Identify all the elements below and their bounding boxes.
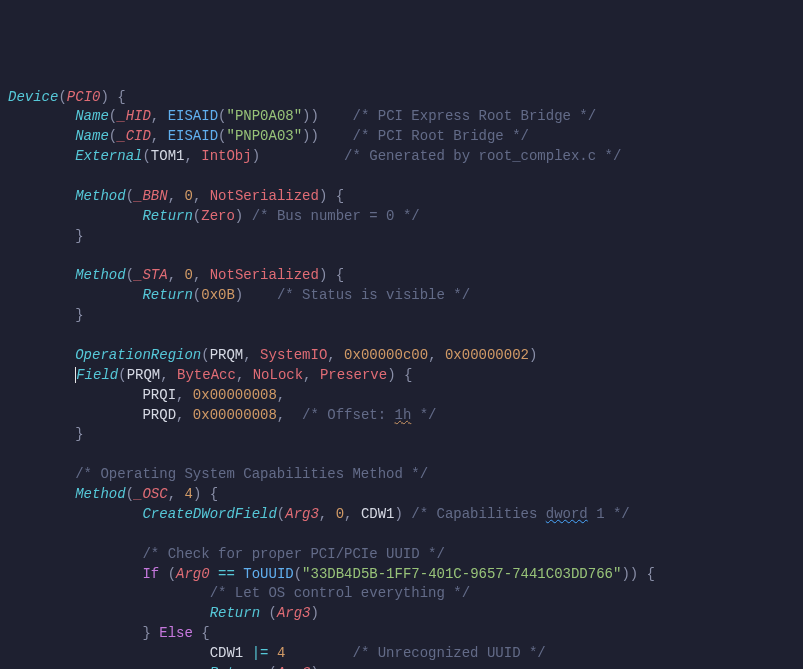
kw-preserve: Preserve xyxy=(320,367,387,383)
id-pci0: PCI0 xyxy=(67,89,101,105)
kw-else: Else xyxy=(159,625,193,641)
str: "PNP0A08" xyxy=(226,108,302,124)
num: 4 xyxy=(184,486,192,502)
kw-notserialized: NotSerialized xyxy=(210,267,319,283)
id-arg3: Arg3 xyxy=(285,506,319,522)
comment: /* Operating System Capabilities Method … xyxy=(75,466,428,482)
id-hid: _HID xyxy=(117,108,151,124)
comment: /* PCI Express Root Bridge */ xyxy=(353,108,597,124)
id-arg3: Arg3 xyxy=(277,605,311,621)
kw-external: External xyxy=(75,148,142,164)
id-tom1: TOM1 xyxy=(151,148,185,164)
kw-return: Return xyxy=(142,287,192,303)
fn-eisaid: EISAID xyxy=(168,128,218,144)
id-prqm: PRQM xyxy=(210,347,244,363)
kw-opregion: OperationRegion xyxy=(75,347,201,363)
kw-zero: Zero xyxy=(201,208,235,224)
num: 0x00000008 xyxy=(193,407,277,423)
comment: /* Bus number = 0 */ xyxy=(252,208,420,224)
op-oreq: |= xyxy=(252,645,269,661)
id-cdw1: CDW1 xyxy=(361,506,395,522)
comment: /* Check for proper PCI/PCIe UUID */ xyxy=(142,546,444,562)
kw-return: Return xyxy=(210,665,260,669)
id-arg0: Arg0 xyxy=(176,566,210,582)
num: 0 xyxy=(184,188,192,204)
str: "33DB4D5B-1FF7-401C-9657-7441C03DD766" xyxy=(302,566,621,582)
num: 0x00000008 xyxy=(193,387,277,403)
kw-method: Method xyxy=(75,486,125,502)
id-bbn: _BBN xyxy=(134,188,168,204)
comment: /* Offset: 1h */ xyxy=(302,407,436,423)
str: "PNP0A03" xyxy=(226,128,302,144)
id-prqi: PRQI xyxy=(142,387,176,403)
id-arg3: Arg3 xyxy=(277,665,311,669)
id-prqd: PRQD xyxy=(142,407,176,423)
num: 0x00000002 xyxy=(445,347,529,363)
comment: /* Generated by root_complex.c */ xyxy=(344,148,621,164)
kw-intobj: IntObj xyxy=(201,148,251,164)
comment: /* PCI Root Bridge */ xyxy=(353,128,529,144)
kw-name: Name xyxy=(75,108,109,124)
fn-touuid: ToUUID xyxy=(243,566,293,582)
kw-nolock: NoLock xyxy=(253,367,303,383)
kw-return: Return xyxy=(142,208,192,224)
num: 0 xyxy=(336,506,344,522)
num: 0 xyxy=(184,267,192,283)
spell-info: dword xyxy=(546,506,588,522)
comment: /* Status is visible */ xyxy=(277,287,470,303)
kw-notserialized: NotSerialized xyxy=(210,188,319,204)
id-cid: _CID xyxy=(117,128,151,144)
num: 0x0B xyxy=(201,287,235,303)
id-prqm: PRQM xyxy=(127,367,161,383)
num: 4 xyxy=(277,645,285,661)
kw-method: Method xyxy=(75,188,125,204)
fn-eisaid: EISAID xyxy=(168,108,218,124)
kw-name: Name xyxy=(75,128,109,144)
op-eq: == xyxy=(218,566,235,582)
kw-field: Field xyxy=(76,367,118,383)
kw-device: Device xyxy=(8,89,58,105)
comment: /* Capabilities dword 1 */ xyxy=(411,506,629,522)
comment: /* Let OS control everything */ xyxy=(210,585,470,601)
kw-method: Method xyxy=(75,267,125,283)
code-block: Device(PCI0) { Name(_HID, EISAID("PNP0A0… xyxy=(8,88,795,670)
id-osc: _OSC xyxy=(134,486,168,502)
id-cdw1: CDW1 xyxy=(210,645,244,661)
id-sta: _STA xyxy=(134,267,168,283)
num: 0x00000c00 xyxy=(344,347,428,363)
kw-if: If xyxy=(142,566,159,582)
kw-return: Return xyxy=(210,605,260,621)
kw-byteacc: ByteAcc xyxy=(177,367,236,383)
kw-createdwordfield: CreateDWordField xyxy=(142,506,276,522)
comment: /* Unrecognized UUID */ xyxy=(353,645,546,661)
kw-systemio: SystemIO xyxy=(260,347,327,363)
spell-warn: 1h xyxy=(395,407,412,423)
